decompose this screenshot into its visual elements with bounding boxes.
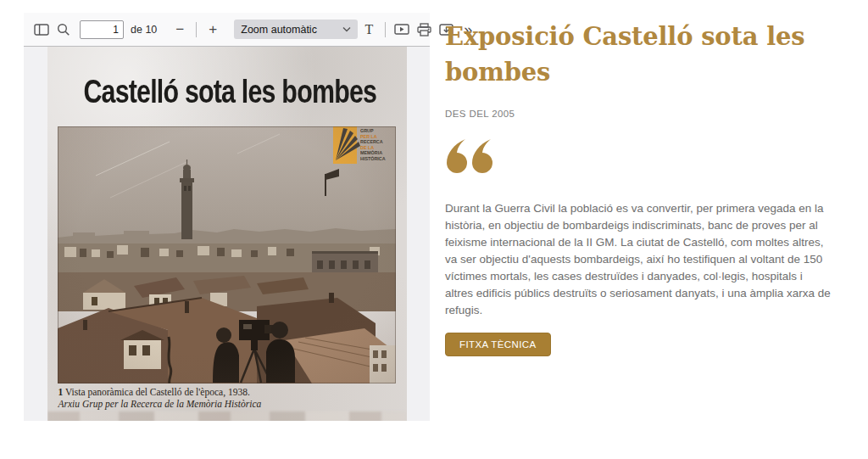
castello-panorama-image: GRUP PER LA RECERCA DE LA MEMÒRIA HISTÒR… (58, 126, 396, 383)
photo-credit: Arxiu Grup per la Recerca de la Memòria … (58, 399, 407, 411)
presentation-mode-button[interactable] (391, 19, 413, 41)
quote-block (445, 139, 843, 178)
page-title: Exposició Castelló sota les bombes (445, 19, 843, 90)
pdf-toolbar: de 10 − + Zoom automàtic T (24, 13, 430, 47)
toolbar-divider (385, 22, 386, 37)
photo-caption: 1 Vista panoràmica del Castelló de l'èpo… (58, 387, 407, 410)
pdf-document-title: Castelló sota les bombes (83, 75, 370, 109)
article: Exposició Castelló sota les bombes DES D… (445, 19, 843, 356)
description-paragraph: Durant la Guerra Civil la població es va… (445, 200, 831, 319)
sidebar-toggle-button[interactable] (31, 19, 53, 41)
zoom-in-button[interactable]: + (202, 19, 224, 41)
page-number-input[interactable] (80, 20, 124, 39)
pdf-viewer-body: Castelló sota les bombes (24, 47, 430, 421)
print-icon (417, 23, 431, 36)
date-label: DES DEL 2005 (445, 109, 843, 119)
search-button[interactable] (53, 19, 75, 41)
search-icon (57, 23, 70, 36)
sidebar-toggle-icon (34, 23, 49, 36)
zoom-select[interactable]: Zoom automàtic (234, 20, 358, 39)
zoom-select-value: Zoom automàtic (241, 24, 317, 36)
page-count-label: de 10 (131, 24, 157, 36)
pdf-viewer: de 10 − + Zoom automàtic T (24, 13, 430, 422)
text-tool-icon: T (364, 22, 373, 37)
plus-icon: + (209, 22, 217, 36)
minus-icon: − (175, 22, 184, 36)
presentation-mode-icon (394, 23, 409, 36)
text-selection-tool-button[interactable]: T (358, 19, 380, 41)
print-button[interactable] (413, 19, 435, 41)
chevron-down-icon (342, 26, 351, 32)
caption-text: Vista panoràmica del Castelló de l'època… (63, 387, 250, 397)
quote-icon (445, 139, 499, 178)
faded-page-bottom (47, 411, 407, 421)
historic-photo: GRUP PER LA RECERCA DE LA MEMÒRIA HISTÒR… (58, 126, 396, 383)
fitxa-tecnica-button[interactable]: FITXA TÈCNICA (445, 333, 551, 356)
pdf-page: Castelló sota les bombes (47, 47, 407, 421)
toolbar-divider (196, 22, 197, 37)
zoom-out-button[interactable]: − (169, 19, 191, 41)
